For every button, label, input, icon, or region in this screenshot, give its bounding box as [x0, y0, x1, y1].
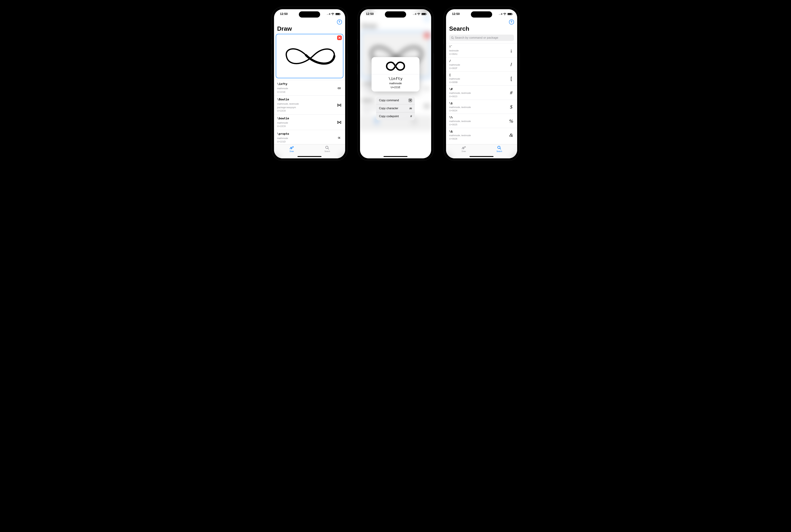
tab-label: Search: [324, 150, 330, 152]
phone-search: 12:50 ? Search Search by command or pack…: [444, 7, 519, 160]
context-menu: Copy command ⌘ Copy character æ Copy cod…: [376, 96, 415, 120]
result-glyph: $: [509, 104, 514, 110]
result-meta: mathmode U+005B: [449, 77, 460, 84]
result-command: \&: [449, 130, 471, 133]
result-meta: mathmode, textmode U+0023: [449, 92, 471, 98]
result-meta: mathmode, textmode package:wasysym U+22C…: [277, 102, 299, 113]
list-item[interactable]: !`textmode U+00A1 ¡: [446, 43, 517, 57]
list-item[interactable]: \&mathmode, textmode U+0026 &: [446, 128, 517, 142]
user-stroke-icon: [279, 38, 340, 74]
result-glyph: /: [509, 62, 514, 68]
result-command: [: [449, 73, 460, 77]
result-glyph: ⋈: [337, 119, 342, 125]
menu-label: Copy command: [379, 99, 399, 102]
list-item[interactable]: \%mathmode, textmode U+0025 %: [446, 114, 517, 128]
dynamic-island: [471, 11, 492, 18]
card-command: \infty: [372, 76, 419, 81]
infinity-icon: [372, 57, 419, 74]
result-command: \$: [449, 101, 471, 105]
search-placeholder: Search by command or package: [455, 36, 498, 40]
hash-icon: #: [410, 115, 412, 118]
result-command: \#: [449, 88, 471, 91]
draw-canvas[interactable]: [276, 34, 343, 78]
tab-label: Draw: [462, 150, 466, 152]
result-command: \Bowtie: [277, 98, 299, 101]
result-command: /: [449, 59, 460, 63]
status-time: 12:50: [452, 12, 460, 16]
result-meta: mathmode U+221D: [277, 136, 289, 144]
wifi-icon: [331, 13, 334, 15]
menu-label: Copy character: [379, 107, 398, 110]
list-item[interactable]: \Bowtie mathmode, textmode package:wasys…: [274, 95, 345, 114]
help-button[interactable]: ?: [509, 19, 514, 24]
results-list[interactable]: \infty mathmode U+221E ∞ \Bowtie mathmod…: [274, 80, 345, 144]
phone-draw: 12:50 ? Draw \infty mathm: [272, 7, 347, 160]
ae-icon: æ: [409, 107, 412, 110]
cellular-icon: [413, 13, 416, 15]
result-meta: mathmode U+221E: [277, 87, 288, 94]
cellular-icon: [327, 13, 330, 15]
result-meta: mathmode U+002F: [449, 63, 460, 70]
result-command: \bowtie: [277, 117, 289, 120]
list-item[interactable]: \infty mathmode U+221E ∞: [274, 80, 345, 95]
magnifier-icon: [325, 146, 329, 150]
battery-icon: [335, 13, 340, 15]
preview-card[interactable]: \infty mathmode U+221E: [372, 57, 419, 92]
tab-label: Draw: [289, 150, 294, 152]
home-indicator[interactable]: [383, 156, 408, 157]
result-glyph: [: [509, 76, 514, 81]
phone-context-menu: 12:50 ? Draw \inftymathmode U+221E∞ \Bow…: [358, 7, 433, 160]
nav-bar: ?: [446, 19, 517, 24]
result-meta: mathmode, textmode U+0025: [449, 120, 471, 127]
list-item[interactable]: \$mathmode, textmode U+0024 $: [446, 100, 517, 114]
status-time: 12:50: [280, 12, 288, 16]
dynamic-island: [299, 11, 320, 18]
magnifier-icon: [497, 146, 502, 150]
list-item[interactable]: \#mathmode, textmode U+0023 #: [446, 86, 517, 100]
battery-icon: [507, 13, 512, 15]
result-meta: mathmode, textmode U+0024: [449, 106, 471, 112]
menu-copy-character[interactable]: Copy character æ: [376, 104, 415, 112]
result-glyph: ⋈: [337, 102, 342, 108]
list-item[interactable]: \propto mathmode U+221D ∝: [274, 130, 345, 144]
result-glyph: ¡: [509, 48, 514, 53]
result-glyph: %: [509, 118, 514, 124]
wifi-icon: [503, 13, 506, 15]
results-list[interactable]: !`textmode U+00A1 ¡ /mathmode U+002F / […: [446, 43, 517, 144]
search-input[interactable]: Search by command or package: [449, 35, 514, 41]
command-key-icon: ⌘: [409, 99, 412, 102]
card-mode: mathmode: [372, 82, 419, 85]
card-codepoint: U+221E: [372, 86, 419, 89]
list-item[interactable]: \bowtie mathmode U+22C8 ⋈: [274, 114, 345, 130]
cellular-icon: [499, 13, 502, 15]
result-meta: mathmode, textmode U+0026: [449, 134, 471, 140]
nav-bar: ?: [274, 19, 345, 24]
list-item[interactable]: /mathmode U+002F /: [446, 57, 517, 72]
result-command: \propto: [277, 132, 289, 135]
menu-copy-command[interactable]: Copy command ⌘: [376, 96, 415, 104]
menu-copy-codepoint[interactable]: Copy codepoint #: [376, 112, 415, 120]
scribble-icon: [461, 146, 466, 150]
result-glyph: ∞: [337, 85, 342, 91]
page-title: Draw: [274, 24, 345, 34]
scribble-icon: [289, 146, 294, 150]
dynamic-island: [385, 11, 406, 18]
tab-label: Search: [496, 150, 502, 152]
result-glyph: #: [509, 90, 514, 96]
list-item[interactable]: [mathmode U+005B [: [446, 71, 517, 86]
result-meta: textmode U+00A1: [449, 49, 459, 56]
page-title: Search: [446, 24, 517, 34]
wifi-icon: [417, 13, 420, 15]
result-meta: mathmode U+22C8: [277, 121, 289, 128]
battery-icon: [421, 13, 426, 15]
result-command: !`: [449, 45, 459, 49]
magnifier-icon: [451, 36, 454, 39]
home-indicator[interactable]: [470, 156, 494, 157]
help-button[interactable]: ?: [337, 19, 342, 24]
result-command: \%: [449, 116, 471, 119]
home-indicator[interactable]: [298, 156, 322, 157]
result-command: \infty: [277, 82, 288, 86]
status-time: 12:50: [366, 12, 374, 16]
result-glyph: ∝: [337, 135, 342, 140]
menu-label: Copy codepoint: [379, 115, 399, 118]
